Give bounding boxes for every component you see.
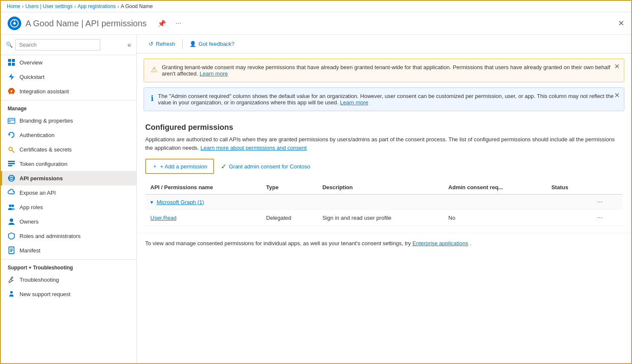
learn-more-link[interactable]: Learn more about permissions and consent [200,145,307,151]
col-header-api-name: API / Permissions name [145,181,261,194]
permission-admin-consent: No [443,210,547,226]
breadcrumb-current: A Good Name [121,3,152,9]
header-actions: 📌 ··· [155,19,183,28]
sidebar-item-roles[interactable]: Roles and administrators [1,229,136,243]
checkmark-icon: ✓ [221,162,226,171]
grant-consent-button[interactable]: ✓ Grant admin consent for Contoso [221,162,310,171]
sidebar-item-integration-label: Integration assistant [20,88,69,95]
info-text: The "Admin consent required" column show… [158,93,617,106]
svg-rect-6 [12,63,15,66]
sidebar-item-authentication[interactable]: Authentication [1,128,136,142]
section-title: Configured permissions [145,123,623,132]
group-ellipsis-button[interactable]: ··· [595,197,605,207]
search-input[interactable] [15,39,100,50]
sidebar-item-approles[interactable]: App roles [1,200,136,214]
breadcrumb: Home › Users | User settings › App regis… [1,1,631,12]
sidebar-item-branding[interactable]: Branding & properties [1,113,136,128]
sidebar-item-token[interactable]: Token configuration [1,157,136,171]
sidebar-item-certificates[interactable]: Certificates & secrets [1,142,136,157]
warning-learn-more-link[interactable]: Learn more [200,70,228,77]
info-learn-more-link[interactable]: Learn more [340,99,368,106]
table-group-row: ▾ Microsoft Graph (1) ··· [145,194,623,210]
info-close-button[interactable]: ✕ [614,91,620,99]
sidebar-item-support-label: New support request [20,291,71,297]
sidebar-item-owners[interactable]: Owners [1,214,136,229]
permission-name-link[interactable]: User.Read [150,215,176,221]
lightning-icon [8,73,15,81]
manage-section-header: Manage [1,100,136,113]
feedback-icon: 👤 [189,41,196,47]
add-permission-button[interactable]: ＋ + Add a permission [145,159,214,174]
sidebar-item-api[interactable]: API permissions [1,171,136,185]
person-icon [8,218,15,225]
svg-point-25 [10,291,13,294]
svg-rect-3 [8,59,11,62]
bars-icon [8,160,15,168]
svg-rect-4 [12,59,15,62]
svg-rect-14 [8,161,15,162]
col-header-type: Type [261,181,317,194]
people-icon [8,203,15,211]
sidebar-item-troubleshooting-label: Troubleshooting [20,277,59,283]
warning-banner: ⚠ Granting tenant-wide consent may revok… [144,59,624,82]
refresh-button[interactable]: ↺ Refresh [144,38,181,50]
more-button[interactable]: ··· [173,19,183,28]
main-layout: 🔍 « Overview Quickstart Integration assi… [1,35,631,363]
sidebar-item-expose[interactable]: Expose an API [1,185,136,200]
svg-rect-16 [8,165,12,166]
content-toolbar: ↺ Refresh 👤 Got feedback? [137,35,631,53]
enterprise-apps-link[interactable]: Enterprise applications [412,240,468,246]
info-banner: ℹ The "Admin consent required" column sh… [144,87,624,111]
grid-icon [8,59,15,66]
wrench-icon [8,276,15,283]
expand-icon[interactable]: ▾ [150,199,153,205]
sidebar-item-overview-label: Overview [20,59,42,66]
sidebar-item-quickstart-label: Quickstart [20,74,45,80]
breadcrumb-user-settings[interactable]: Users | User settings [25,3,73,9]
group-name: ▾ Microsoft Graph (1) [145,194,590,210]
svg-line-13 [12,150,14,153]
col-header-admin-consent: Admin consent req... [443,181,547,194]
content-area: ↺ Refresh 👤 Got feedback? ⚠ Granting ten… [137,35,631,363]
sidebar-item-quickstart[interactable]: Quickstart [1,70,136,84]
permission-ellipsis-button[interactable]: ··· [595,213,605,222]
toolbar-divider [182,39,183,49]
sidebar-item-troubleshooting[interactable]: Troubleshooting [1,272,136,287]
warning-close-button[interactable]: ✕ [614,62,620,70]
doc-icon [8,246,15,254]
collapse-button[interactable]: « [127,41,131,49]
section-desc: Applications are authorized to call APIs… [145,135,623,152]
svg-point-19 [11,204,14,207]
sidebar-item-owners-label: Owners [20,218,39,225]
svg-marker-7 [9,73,14,80]
ms-graph-link[interactable]: Microsoft Graph (1) [157,199,204,205]
bottom-notice: To view and manage consented permissions… [137,233,631,253]
person-support-icon [8,290,15,298]
sidebar-item-overview[interactable]: Overview [1,55,136,70]
page-header: A Good Name | API permissions 📌 ··· ✕ [1,12,631,35]
warning-text: Granting tenant-wide consent may revoke … [162,64,617,77]
sidebar-item-integration[interactable]: Integration assistant [1,84,136,98]
close-button[interactable]: ✕ [618,19,624,28]
search-icon: 🔍 [6,42,13,48]
col-header-status: Status [546,181,589,194]
sidebar-item-certificates-label: Certificates & secrets [20,146,72,153]
sidebar-item-manifest[interactable]: Manifest [1,243,136,258]
shield-icon [8,232,15,240]
sidebar-item-api-label: API permissions [20,175,63,182]
sidebar-item-support[interactable]: New support request [1,287,136,301]
sidebar-item-authentication-label: Authentication [20,132,54,138]
sidebar-item-token-label: Token configuration [20,161,68,167]
pin-button[interactable]: 📌 [155,19,169,28]
api-icon [8,174,15,182]
loop-icon [8,131,15,139]
card-icon [8,117,15,124]
breadcrumb-app-registrations[interactable]: App registrations [78,3,116,9]
sidebar-item-expose-label: Expose an API [20,190,56,196]
add-icon: ＋ [152,162,158,170]
key-icon [8,146,15,153]
feedback-button[interactable]: 👤 Got feedback? [184,38,240,50]
breadcrumb-home[interactable]: Home [7,3,20,9]
table-row: User.Read Delegated Sign in and read use… [145,210,623,226]
sidebar: 🔍 « Overview Quickstart Integration assi… [1,35,137,363]
